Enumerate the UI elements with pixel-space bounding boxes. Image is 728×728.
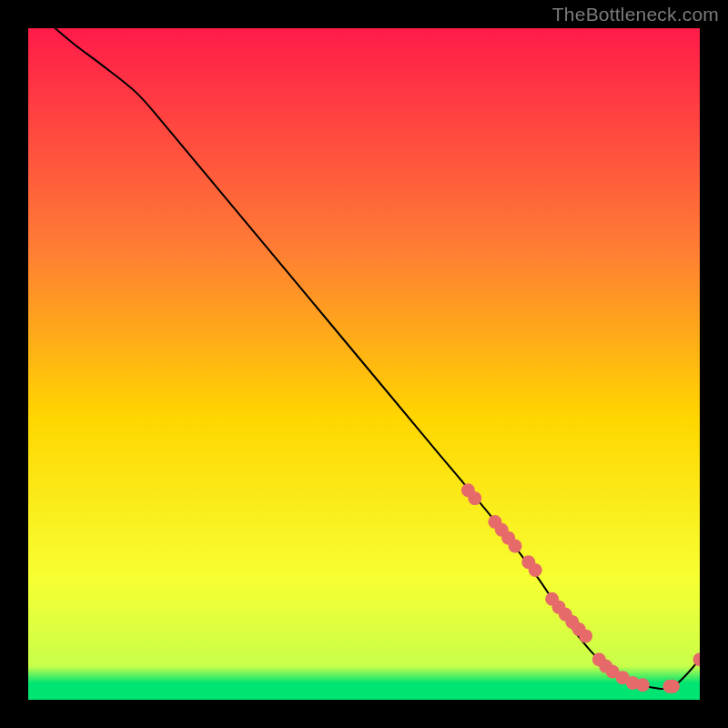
marker-dot [636,678,650,692]
marker-dot [579,629,592,642]
bottleneck-chart [0,0,728,728]
chart-container: TheBottleneck.com [0,0,728,728]
marker-dot [529,563,542,577]
marker-dot [693,652,707,666]
marker-dot [468,491,481,505]
marker-dot [509,539,522,552]
marker-dot [666,680,680,693]
